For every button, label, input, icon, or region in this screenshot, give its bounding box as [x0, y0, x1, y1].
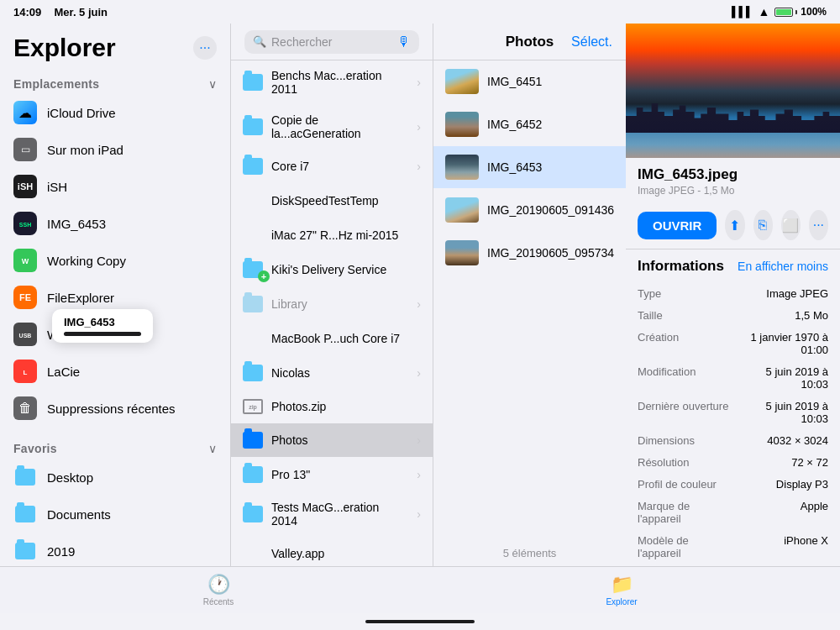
export-button[interactable]: ⬜ [781, 210, 801, 240]
file-thumbnail [445, 69, 479, 94]
file-item-img6453[interactable]: IMG_6453 [433, 146, 626, 189]
working-copy-icon: W [13, 249, 37, 272]
folder-icon-placeholder [243, 545, 263, 562]
status-time-area: 14:09 Mer. 5 juin [13, 6, 108, 18]
open-button[interactable]: OUVRIR [638, 212, 717, 239]
folder-item-core[interactable]: Core i7 › [231, 150, 433, 184]
tab-recents[interactable]: 🕐 Récents [17, 574, 420, 606]
info-row: Résolution 72 × 72 [638, 452, 828, 474]
tab-bar: 🕐 Récents 📁 Explorer [0, 566, 840, 613]
file-item-img6451[interactable]: IMG_6451 [433, 60, 626, 103]
folder-icon-container [243, 158, 263, 175]
image-overlay [626, 91, 840, 158]
folder-chevron: › [417, 468, 421, 481]
folder-item-copie[interactable]: Copie de la...acGeneration › [231, 105, 433, 150]
svg-text:SSH: SSH [19, 222, 31, 228]
folder-name: Kiki's Delivery Service [271, 263, 421, 276]
ssh-label: IMG_6453 [47, 217, 106, 231]
signal-icon: ▌▌▌ [732, 6, 753, 18]
folder-icon-container [243, 365, 263, 381]
folder-item-benchs[interactable]: Benchs Mac...eration 2011 › [231, 60, 433, 105]
folder-name: Pro 13" [271, 468, 408, 481]
info-rows: Type Image JPEG Taille 1,5 Mo Création 1… [638, 283, 828, 566]
emplacements-section-header: Emplacements ∨ [0, 69, 230, 94]
2019-label: 2019 [47, 544, 75, 559]
recents-label: Récents [203, 597, 234, 606]
share-button[interactable]: ⬆ [725, 210, 744, 240]
sidebar-item-trash[interactable]: 🗑 Suppressions récentes [0, 390, 230, 427]
emplacements-chevron[interactable]: ∨ [208, 77, 217, 91]
sidebar-item-working[interactable]: W Working Copy [0, 242, 230, 279]
info-row: Modèle de l'appareil iPhone X [638, 530, 828, 564]
folder-item-disk[interactable]: DiskSpeedTestTemp [231, 184, 433, 218]
sidebar-item-ssh[interactable]: SSH IMG_6453 [0, 205, 230, 242]
folder-item-valley[interactable]: Valley.app [231, 537, 433, 566]
folder-name: Photos.zip [271, 400, 421, 413]
sidebar-header: Explorer ··· [0, 24, 230, 69]
status-icons: ▌▌▌ ▲ 100% [732, 5, 827, 18]
info-value: iPhone X [737, 534, 829, 547]
status-bar: 14:09 Mer. 5 juin ▌▌▌ ▲ 100% [0, 0, 840, 24]
sidebar-item-wd[interactable]: USB WD 1TO IMG_6453 [0, 316, 230, 353]
desktop-folder-icon [13, 465, 37, 489]
folder-column: 🔍 Rechercher 🎙 Benchs Mac...eration 2011… [231, 24, 433, 566]
mic-icon[interactable]: 🎙 [397, 34, 411, 50]
favoris-section-header: Favoris ∨ [0, 433, 230, 459]
file-item-img6452[interactable]: IMG_6452 [433, 103, 626, 146]
battery-percent: 100% [801, 6, 827, 18]
info-toggle[interactable]: En afficher moins [738, 260, 828, 273]
sidebar-item-2019[interactable]: 2019 [0, 533, 230, 566]
folder-icon-container [243, 296, 263, 312]
search-icon: 🔍 [253, 35, 266, 48]
file-item-img20190605b[interactable]: IMG_20190605_095734 [433, 232, 626, 275]
folder-icon [243, 74, 263, 91]
folder-item-imac[interactable]: iMac 27" R...Hz mi-2015 [231, 218, 433, 253]
info-value: 1,5 Mo [737, 309, 829, 322]
folder-item-library[interactable]: Library › [231, 287, 433, 322]
folder-chevron: › [417, 507, 421, 521]
trash-label: Suppressions récentes [47, 402, 176, 416]
sidebar-item-ipad[interactable]: ▭ Sur mon iPad [0, 131, 230, 168]
sidebar-item-lacie[interactable]: L LaCie [0, 353, 230, 390]
info-row: Dernière ouverture 5 juin 2019 à 10:03 [638, 396, 828, 430]
folder-icon-placeholder [243, 227, 263, 244]
folder-item-photos[interactable]: Photos › [231, 423, 433, 458]
info-title: Informations [638, 258, 724, 275]
info-row: Taille 1,5 Mo [638, 305, 828, 327]
info-label: Taille [638, 309, 737, 322]
folder-item-pro13[interactable]: Pro 13" › [231, 458, 433, 492]
svg-text:W: W [22, 257, 29, 265]
folder-item-kiki[interactable]: + Kiki's Delivery Service [231, 253, 433, 287]
copy-button[interactable]: ⎘ [753, 210, 773, 240]
sidebar-menu-button[interactable]: ··· [193, 36, 217, 60]
more-button[interactable]: ··· [809, 210, 828, 240]
info-value: Image JPEG [737, 287, 829, 300]
favoris-chevron[interactable]: ∨ [208, 442, 217, 455]
folder-item-nicolas[interactable]: Nicolas › [231, 356, 433, 391]
folder-list: Benchs Mac...eration 2011 › Copie de la.… [231, 60, 433, 566]
info-label: Dimensions [638, 434, 737, 447]
folder-item-photos-zip[interactable]: zip Photos.zip [231, 391, 433, 423]
sidebar-item-desktop[interactable]: Desktop [0, 459, 230, 496]
folder-item-macbook[interactable]: MacBook P...uch Core i7 [231, 322, 433, 356]
tab-explorer[interactable]: 📁 Explorer [420, 574, 823, 606]
ssh-icon: SSH [13, 212, 37, 235]
select-button[interactable]: Sélect. [571, 34, 612, 50]
search-bar[interactable]: 🔍 Rechercher 🎙 [244, 30, 419, 54]
ipad-icon: ▭ [13, 138, 37, 161]
fe-label: FileExplorer [47, 291, 114, 305]
documents-label: Documents [47, 507, 111, 522]
folder-name: Valley.app [271, 547, 421, 560]
file-count: 5 éléments [433, 539, 626, 566]
sidebar-item-documents[interactable]: Documents [0, 496, 230, 533]
file-item-img20190605a[interactable]: IMG_20190605_091436 [433, 189, 626, 232]
plus-badge: + [258, 270, 270, 282]
sidebar-item-icloud[interactable]: ☁ iCloud Drive [0, 94, 230, 131]
info-label: Marque de l'appareil [638, 500, 737, 525]
folder-item-tests[interactable]: Tests MacG...eration 2014 › [231, 492, 433, 537]
folder-icon-container [243, 466, 263, 483]
info-row: Création 1 janvier 1970 à 01:00 [638, 327, 828, 361]
sidebar-item-ish[interactable]: iSH iSH [0, 168, 230, 205]
folder-name: Benchs Mac...eration 2011 [271, 69, 408, 96]
photos-title: Photos [506, 34, 554, 50]
